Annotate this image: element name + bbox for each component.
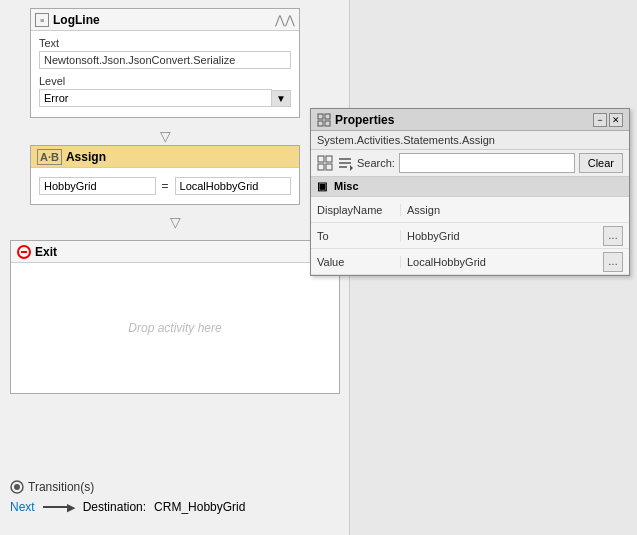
- properties-categorize-icon[interactable]: [317, 155, 333, 171]
- assign-body: HobbyGrid = LocalHobbyGrid: [31, 168, 299, 204]
- to-text: HobbyGrid: [407, 230, 460, 242]
- displayname-value[interactable]: Assign: [401, 204, 629, 216]
- properties-subtitle: System.Activities.Statements.Assign: [311, 131, 629, 150]
- properties-toolbar: Search: Clear: [311, 150, 629, 177]
- logline-title: LogLine: [53, 13, 100, 27]
- collapse-icon[interactable]: ⋀⋀: [275, 13, 295, 27]
- properties-grid-icon: [317, 113, 331, 127]
- displayname-text: Assign: [407, 204, 440, 216]
- assign-left-value[interactable]: HobbyGrid: [39, 177, 156, 195]
- exit-section: Exit Drop activity here: [10, 240, 340, 394]
- assign-card: A·B Assign HobbyGrid = LocalHobbyGrid: [30, 145, 300, 205]
- svg-rect-5: [325, 121, 330, 126]
- assign-title-bar: A·B Assign: [31, 146, 299, 168]
- value-label: Value: [311, 256, 401, 268]
- section-label: Misc: [334, 180, 358, 192]
- to-label: To: [311, 230, 401, 242]
- properties-title-bar: Properties − ✕: [311, 109, 629, 131]
- svg-point-1: [14, 484, 20, 490]
- logline-icon: ≡: [35, 13, 49, 27]
- transition-next-link[interactable]: Next: [10, 500, 35, 514]
- logline-title-bar: ≡ LogLine ⋀⋀: [31, 9, 299, 31]
- exit-icon: [17, 245, 31, 259]
- properties-title: Properties: [335, 113, 394, 127]
- transitions-label: Transition(s): [28, 480, 94, 494]
- transition-destination-prefix: Destination:: [83, 500, 146, 514]
- transitions-title: Transition(s): [10, 480, 340, 494]
- props-row-displayname: DisplayName Assign: [311, 197, 629, 223]
- properties-sort-icon[interactable]: [337, 155, 353, 171]
- assign-icon: A·B: [37, 149, 62, 165]
- assign-title: Assign: [66, 150, 106, 164]
- transitions-icon: [10, 480, 24, 494]
- to-value[interactable]: HobbyGrid …: [401, 226, 629, 246]
- assign-right-value[interactable]: LocalHobbyGrid: [175, 177, 292, 195]
- clear-button[interactable]: Clear: [579, 153, 623, 173]
- logline-body: Text Newtonsoft.Json.JsonConvert.Seriali…: [31, 31, 299, 117]
- properties-section-misc: ▣ Misc: [311, 177, 629, 197]
- svg-rect-6: [318, 156, 324, 162]
- transition-item: Next ▶ Destination: CRM_HobbyGrid: [10, 498, 340, 516]
- svg-rect-9: [326, 164, 332, 170]
- connector-arrow-1: ▽: [30, 128, 300, 144]
- level-select[interactable]: Error ▼: [39, 89, 291, 107]
- level-dropdown-arrow[interactable]: ▼: [272, 90, 291, 107]
- exit-placeholder: Drop activity here: [128, 321, 221, 335]
- level-label: Level: [39, 75, 291, 87]
- svg-rect-7: [326, 156, 332, 162]
- svg-rect-4: [318, 121, 323, 126]
- connector-arrow-2: ▽: [0, 210, 350, 234]
- assign-operator: =: [162, 179, 169, 193]
- workflow-area: ≡ LogLine ⋀⋀ Text Newtonsoft.Json.JsonCo…: [0, 0, 350, 535]
- section-toggle[interactable]: ▣: [317, 180, 327, 193]
- search-label: Search:: [357, 157, 395, 169]
- value-text: LocalHobbyGrid: [407, 256, 486, 268]
- svg-rect-2: [318, 114, 323, 119]
- search-input[interactable]: [399, 153, 575, 173]
- props-row-to: To HobbyGrid …: [311, 223, 629, 249]
- exit-title: Exit: [35, 245, 57, 259]
- svg-marker-13: [350, 165, 353, 171]
- svg-rect-3: [325, 114, 330, 119]
- transitions-section: Transition(s) Next ▶ Destination: CRM_Ho…: [10, 480, 340, 516]
- value-ellipsis-button[interactable]: …: [603, 252, 623, 272]
- displayname-label: DisplayName: [311, 204, 401, 216]
- properties-close-button[interactable]: ✕: [609, 113, 623, 127]
- value-value[interactable]: LocalHobbyGrid …: [401, 252, 629, 272]
- properties-panel: Properties − ✕ System.Activities.Stateme…: [310, 108, 630, 276]
- transition-destination: CRM_HobbyGrid: [154, 500, 245, 514]
- logline-card: ≡ LogLine ⋀⋀ Text Newtonsoft.Json.JsonCo…: [30, 8, 300, 118]
- props-row-value: Value LocalHobbyGrid …: [311, 249, 629, 275]
- svg-rect-8: [318, 164, 324, 170]
- exit-body[interactable]: Drop activity here: [11, 263, 339, 393]
- to-ellipsis-button[interactable]: …: [603, 226, 623, 246]
- text-label: Text: [39, 37, 291, 49]
- properties-minimize-button[interactable]: −: [593, 113, 607, 127]
- transition-arrow: ▶: [43, 501, 75, 514]
- level-value[interactable]: Error: [39, 89, 272, 107]
- text-value[interactable]: Newtonsoft.Json.JsonConvert.Serialize: [39, 51, 291, 69]
- exit-title-bar: Exit: [11, 241, 339, 263]
